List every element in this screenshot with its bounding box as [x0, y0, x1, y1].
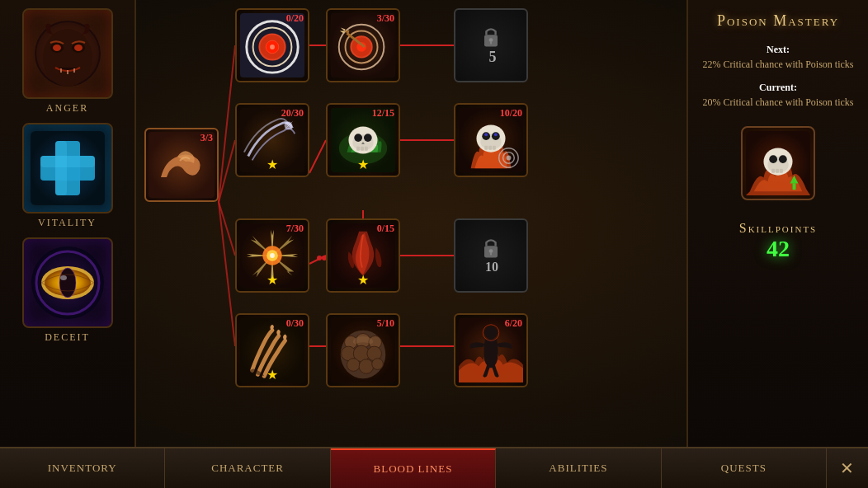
- node-r2c2-count: 12/15: [372, 107, 394, 120]
- svg-rect-109: [780, 169, 783, 173]
- svg-rect-64: [361, 147, 364, 151]
- svg-point-97: [359, 359, 374, 374]
- svg-point-62: [364, 134, 372, 142]
- svg-rect-75: [493, 146, 496, 150]
- svg-point-6: [74, 45, 83, 51]
- nav-character-label: Character: [211, 462, 284, 475]
- node-r3c3[interactable]: 10: [454, 218, 528, 293]
- svg-line-34: [219, 202, 235, 346]
- next-desc: Next: 22% Critical chance with Poison ti…: [703, 42, 854, 72]
- svg-point-72: [494, 133, 498, 136]
- svg-rect-107: [771, 169, 775, 173]
- skillpoints-value: 42: [767, 236, 790, 262]
- anger-face-svg: [31, 16, 105, 91]
- next-text: 22% Critical chance with Poison ticks: [703, 59, 854, 70]
- svg-rect-74: [488, 146, 492, 150]
- vitality-label: Vitality: [38, 217, 97, 229]
- svg-line-25: [219, 140, 235, 202]
- svg-point-78: [507, 156, 512, 161]
- arm-count: 3/3: [200, 132, 213, 144]
- node-r2c1[interactable]: 20/30 ★: [235, 103, 309, 177]
- stat-anger[interactable]: Anger: [4, 8, 130, 115]
- svg-rect-13: [55, 141, 67, 195]
- nav-blood-lines[interactable]: Blood Lines: [331, 448, 496, 488]
- current-label: Current:: [759, 82, 797, 93]
- node-r1c1[interactable]: 0/20: [235, 8, 309, 82]
- skill-connections: [136, 0, 686, 447]
- svg-rect-14: [40, 156, 95, 167]
- stat-deceit[interactable]: Deceit: [4, 237, 130, 344]
- svg-line-29: [309, 256, 326, 264]
- node-r3c1-count: 7/30: [286, 223, 304, 235]
- node-r4c3[interactable]: 6/20: [454, 313, 528, 387]
- svg-point-100: [484, 326, 498, 340]
- skill-preview-svg: [746, 131, 810, 195]
- svg-point-106: [779, 155, 787, 163]
- svg-line-33: [219, 202, 235, 256]
- node-r2c2-star: ★: [357, 157, 369, 172]
- skill-preview: [741, 126, 815, 200]
- nav-blood-lines-label: Blood Lines: [374, 462, 453, 476]
- svg-point-82: [270, 253, 275, 258]
- svg-point-85: [489, 249, 493, 253]
- node-r3c3-lock: 10: [485, 260, 498, 274]
- next-label: Next:: [767, 44, 790, 55]
- anger-label: Anger: [46, 102, 88, 115]
- nav-character[interactable]: Character: [165, 448, 330, 488]
- svg-point-96: [347, 359, 361, 372]
- skillpoints-label: Skillpoints: [739, 221, 817, 236]
- node-r1c2[interactable]: 3/30: [326, 8, 400, 82]
- svg-point-30: [317, 256, 322, 260]
- node-r4c1-star: ★: [267, 367, 278, 382]
- node-r3c2-star: ★: [357, 272, 369, 288]
- nav-close[interactable]: ✕: [827, 448, 868, 488]
- deceit-label: Deceit: [45, 331, 90, 344]
- node-r4c1-count: 0/30: [286, 317, 304, 330]
- svg-rect-73: [484, 146, 488, 150]
- node-r2c3[interactable]: 10/20: [454, 103, 528, 177]
- current-desc: Current: 20% Critical chance with Poison…: [703, 80, 854, 110]
- nav-abilities-label: Abilities: [549, 462, 607, 475]
- node-r3c1[interactable]: 7/30 ★: [235, 218, 309, 293]
- left-panel: Anger Vitality: [0, 0, 136, 447]
- svg-point-98: [372, 359, 384, 370]
- svg-point-43: [270, 45, 275, 49]
- svg-line-22: [219, 45, 235, 202]
- vitality-svg: [31, 131, 105, 205]
- node-r4c3-count: 6/20: [505, 317, 522, 330]
- node-r2c2[interactable]: 12/15 ★: [326, 103, 400, 177]
- nav-bar: Inventory Character Blood Lines Abilitie…: [0, 447, 868, 488]
- svg-point-51: [489, 38, 493, 42]
- node-r4c1[interactable]: 0/30 ★: [235, 313, 309, 387]
- svg-point-21: [60, 275, 67, 280]
- nav-quests-label: Quests: [721, 462, 767, 475]
- nav-inventory-label: Inventory: [48, 462, 117, 475]
- node-r3c2[interactable]: 0/15 ★: [326, 218, 400, 293]
- right-panel: Poison Mastery Next: 22% Critical chance…: [686, 0, 868, 447]
- node-r2c1-count: 20/30: [281, 107, 304, 120]
- svg-point-61: [354, 134, 362, 142]
- lock-svg-r3c3: [481, 237, 501, 260]
- skill-tree-area: 3/3 0/20: [136, 0, 686, 447]
- node-r4c2[interactable]: 5/10: [326, 313, 400, 387]
- anger-icon: [22, 8, 113, 99]
- nav-close-label: ✕: [840, 458, 855, 478]
- svg-point-105: [769, 155, 777, 163]
- svg-rect-65: [365, 147, 368, 151]
- svg-point-2: [43, 29, 92, 87]
- svg-rect-110: [793, 183, 796, 190]
- node-r1c3[interactable]: 5: [454, 8, 528, 82]
- nav-quests[interactable]: Quests: [662, 448, 827, 488]
- nav-abilities[interactable]: Abilities: [496, 448, 661, 488]
- skill-tree-inner: 3/3 0/20: [136, 0, 686, 447]
- node-r4c2-count: 5/10: [377, 317, 394, 330]
- node-r1c3-lock: 5: [489, 49, 497, 66]
- node-r3c2-count: 0/15: [377, 223, 394, 235]
- node-r1c1-count: 0/20: [286, 12, 304, 25]
- node-r2c3-count: 10/20: [500, 107, 522, 120]
- nav-inventory[interactable]: Inventory: [0, 448, 165, 488]
- arm-node[interactable]: 3/3: [144, 128, 219, 202]
- stat-vitality[interactable]: Vitality: [4, 123, 130, 229]
- vitality-icon: [22, 123, 113, 214]
- svg-point-71: [484, 133, 488, 136]
